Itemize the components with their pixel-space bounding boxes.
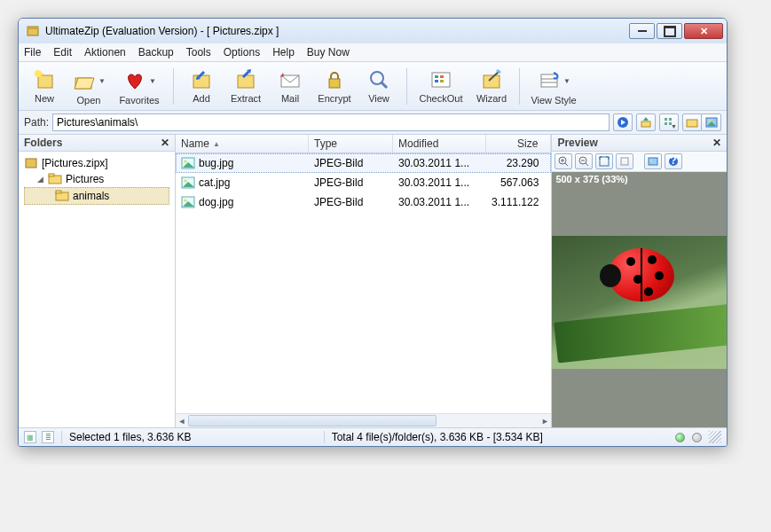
help-icon[interactable]: ? (665, 153, 682, 169)
separator (173, 68, 174, 105)
cell-modified: 30.03.2011 1... (393, 155, 486, 171)
path-input[interactable] (52, 113, 610, 131)
favorites-button[interactable]: ▼ Favorites (113, 65, 166, 108)
separator (519, 68, 520, 105)
svg-rect-17 (440, 75, 444, 78)
pathbar: Path: ▼ (19, 111, 727, 135)
image-tools-icon[interactable] (644, 153, 662, 169)
collapse-icon[interactable]: ◢ (36, 175, 44, 184)
tree-animals[interactable]: animals (24, 187, 169, 205)
col-type[interactable]: Type (309, 135, 393, 153)
svg-rect-59 (600, 157, 609, 166)
menu-edit[interactable]: Edit (53, 46, 72, 59)
zoom-out-icon[interactable] (575, 153, 593, 169)
file-row[interactable]: bug.jpgJPEG-Bild30.03.2011 1...23.290 (176, 153, 551, 173)
maximize-button[interactable] (657, 23, 682, 39)
menu-buynow[interactable]: Buy Now (307, 46, 350, 59)
folders-panel: Folders ✕ [Pictures.zipx] ◢ Pictures ani… (19, 135, 176, 427)
mail-icon (278, 67, 303, 92)
new-button[interactable]: New (24, 65, 65, 106)
close-preview-icon[interactable]: ✕ (712, 137, 721, 149)
scroll-left-icon[interactable]: ◄ (176, 414, 188, 428)
col-name[interactable]: Name▲ (176, 135, 309, 153)
menu-file[interactable]: File (24, 46, 41, 59)
svg-rect-60 (621, 158, 628, 165)
resize-grip[interactable] (709, 431, 721, 443)
col-size[interactable]: Size (486, 135, 551, 153)
sort-asc-icon: ▲ (213, 140, 220, 148)
preview-toggle-button[interactable] (702, 113, 721, 131)
actual-size-icon[interactable] (616, 153, 633, 169)
preview-panel: Preview ✕ ? 500 x 375 (33%) (552, 135, 727, 427)
file-row[interactable]: cat.jpgJPEG-Bild30.03.2011 1...567.063 (176, 173, 551, 192)
scroll-right-icon[interactable]: ► (539, 414, 551, 428)
svg-rect-38 (26, 159, 36, 168)
workspace: Folders ✕ [Pictures.zipx] ◢ Pictures ani… (19, 135, 727, 427)
close-button[interactable] (684, 23, 723, 39)
svg-rect-42 (56, 191, 61, 193)
open-button[interactable]: ▼ Open (68, 65, 109, 108)
scroll-thumb[interactable] (188, 415, 437, 426)
window-title: UltimateZip (Evaluation Version) - [ Pic… (45, 25, 629, 37)
preview-dims: 500 x 375 (33%) (555, 174, 627, 184)
path-label: Path: (24, 116, 49, 129)
menu-tools[interactable]: Tools (186, 46, 211, 59)
cell-modified: 30.03.2011 1... (393, 194, 486, 210)
svg-text:?: ? (671, 156, 677, 167)
view-options-button[interactable]: ▼ (659, 113, 679, 131)
horizontal-scrollbar[interactable]: ◄ ► (176, 413, 551, 427)
svg-rect-23 (541, 74, 557, 87)
new-icon (32, 67, 57, 92)
menu-help[interactable]: Help (272, 46, 295, 59)
close-folders-icon[interactable]: ✕ (161, 137, 169, 149)
fit-icon[interactable] (595, 153, 613, 169)
mail-button[interactable]: Mail (270, 65, 311, 106)
svg-rect-31 (669, 118, 672, 121)
zoom-in-icon[interactable] (555, 153, 572, 169)
svg-rect-61 (649, 158, 657, 165)
lock-icon (322, 67, 347, 92)
cell-size: 23.290 (486, 155, 551, 171)
up-button[interactable] (636, 113, 656, 131)
tree-root[interactable]: [Pictures.zipx] (24, 155, 169, 171)
menu-aktionen[interactable]: Aktionen (84, 46, 126, 59)
app-window: UltimateZip (Evaluation Version) - [ Pic… (18, 18, 728, 447)
col-modified[interactable]: Modified (393, 135, 486, 153)
folder-icon (48, 172, 62, 186)
folders-header: Folders ✕ (19, 135, 175, 152)
folder-tree: [Pictures.zipx] ◢ Pictures animals (19, 152, 175, 208)
menu-options[interactable]: Options (224, 46, 260, 59)
go-button[interactable] (613, 113, 633, 131)
svg-point-62 (650, 160, 652, 161)
svg-rect-34 (687, 120, 697, 127)
checkout-button[interactable]: CheckOut (414, 65, 468, 106)
svg-rect-30 (665, 118, 667, 121)
titlebar[interactable]: UltimateZip (Evaluation Version) - [ Pic… (19, 19, 727, 43)
svg-rect-16 (435, 75, 438, 78)
chevron-down-icon: ▼ (563, 77, 570, 85)
open-icon (72, 68, 97, 93)
file-row[interactable]: dog.jpgJPEG-Bild30.03.2011 1...3.111.122 (176, 192, 551, 212)
viewstyle-button[interactable]: ▼ View Style (527, 65, 580, 108)
view-button[interactable]: View (358, 65, 399, 106)
folders-toggle-button[interactable] (682, 113, 702, 131)
encrypt-button[interactable]: Encrypt (314, 65, 355, 106)
chevron-down-icon: ▼ (98, 77, 106, 85)
svg-marker-6 (75, 78, 94, 89)
svg-rect-19 (440, 80, 444, 82)
view-large-icon[interactable]: ▦ (24, 431, 36, 443)
tree-pictures[interactable]: ◢ Pictures (24, 171, 169, 187)
add-button[interactable]: Add (181, 65, 222, 106)
cell-modified: 30.03.2011 1... (393, 175, 486, 191)
menu-backup[interactable]: Backup (138, 46, 174, 59)
extract-icon (233, 67, 258, 92)
cell-type: JPEG-Bild (309, 194, 393, 210)
wizard-button[interactable]: Wizard (471, 65, 512, 106)
menubar: File Edit Aktionen Backup Tools Options … (19, 43, 727, 62)
cell-name: dog.jpg (176, 193, 309, 211)
view-list-icon[interactable]: ≣ (42, 431, 54, 443)
extract-button[interactable]: Extract (225, 65, 266, 106)
statusbar: ▦ ≣ Selected 1 files, 3.636 KB Total 4 f… (19, 427, 727, 446)
minimize-button[interactable] (629, 23, 655, 39)
svg-point-47 (184, 180, 186, 183)
